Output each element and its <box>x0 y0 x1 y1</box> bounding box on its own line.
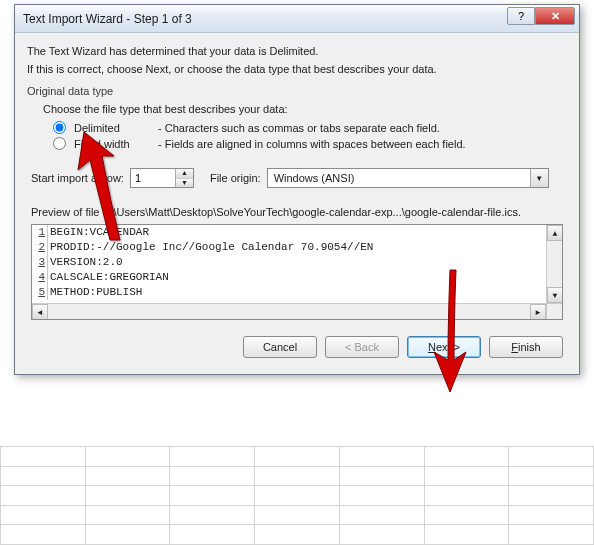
radio-delimited[interactable] <box>53 121 66 134</box>
scroll-left-icon[interactable]: ◄ <box>32 304 48 320</box>
finish-button[interactable]: Finish <box>489 336 563 358</box>
start-row-spinner[interactable]: ▲ ▼ <box>130 168 194 188</box>
radio-fixed-row: Fixed width - Fields are aligned in colu… <box>53 137 567 150</box>
text-import-wizard-dialog: Text Import Wizard - Step 1 of 3 ? ✕ The… <box>14 4 580 375</box>
spreadsheet-grid[interactable] <box>0 446 594 545</box>
next-button[interactable]: Next > <box>407 336 481 358</box>
radio-delimited-desc: - Characters such as commas or tabs sepa… <box>158 122 440 134</box>
titlebar-text: Text Import Wizard - Step 1 of 3 <box>23 12 192 26</box>
preview-box: 1BEGIN:VCALENDAR2PRODID:-//Google Inc//G… <box>31 224 563 320</box>
group-label: Original data type <box>27 85 567 97</box>
preview-label: Preview of file C:\Users\Matt\Desktop\So… <box>31 206 567 218</box>
scroll-corner <box>546 303 562 319</box>
start-row-value[interactable] <box>131 169 175 187</box>
chevron-down-icon[interactable]: ▼ <box>530 169 548 187</box>
horizontal-scrollbar[interactable]: ◄ ► <box>32 303 546 319</box>
close-button[interactable]: ✕ <box>535 7 575 25</box>
cancel-button[interactable]: Cancel <box>243 336 317 358</box>
preview-line: 2PRODID:-//Google Inc//Google Calendar 7… <box>32 240 546 255</box>
radio-fixed-width[interactable] <box>53 137 66 150</box>
choose-text: Choose the file type that best describes… <box>43 103 567 115</box>
back-button: < Back <box>325 336 399 358</box>
file-origin-value: Windows (ANSI) <box>268 170 530 186</box>
intro-text-2: If this is correct, choose Next, or choo… <box>27 63 567 75</box>
preview-line: 1BEGIN:VCALENDAR <box>32 225 546 240</box>
preview-line: 3VERSION:2.0 <box>32 255 546 270</box>
preview-line: 5METHOD:PUBLISH <box>32 285 546 300</box>
spinner-down-icon[interactable]: ▼ <box>176 179 193 188</box>
scroll-right-icon[interactable]: ► <box>530 304 546 320</box>
radio-fixed-desc: - Fields are aligned in columns with spa… <box>158 138 466 150</box>
file-origin-label: File origin: <box>210 172 261 184</box>
radio-delimited-label: Delimited <box>74 122 154 134</box>
radio-delimited-row: Delimited - Characters such as commas or… <box>53 121 567 134</box>
vertical-scrollbar[interactable]: ▲ ▼ <box>546 225 562 303</box>
scroll-down-icon[interactable]: ▼ <box>547 287 563 303</box>
file-origin-dropdown[interactable]: Windows (ANSI) ▼ <box>267 168 549 188</box>
help-button[interactable]: ? <box>507 7 535 25</box>
spinner-up-icon[interactable]: ▲ <box>176 169 193 179</box>
radio-fixed-label: Fixed width <box>74 138 154 150</box>
scroll-up-icon[interactable]: ▲ <box>547 225 563 241</box>
start-row-label: Start import at row: <box>31 172 124 184</box>
preview-line: 4CALSCALE:GREGORIAN <box>32 270 546 285</box>
intro-text-1: The Text Wizard has determined that your… <box>27 45 567 57</box>
titlebar[interactable]: Text Import Wizard - Step 1 of 3 ? ✕ <box>15 5 579 33</box>
